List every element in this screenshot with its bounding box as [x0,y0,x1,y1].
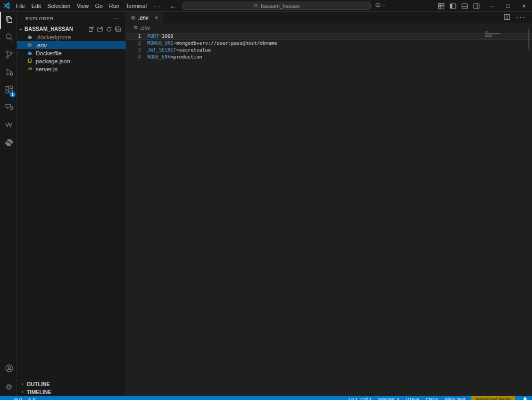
minimap-line [485,35,493,36]
copilot-menu[interactable]: › [375,0,384,12]
chevron-right-icon: › [19,381,26,387]
activitybar-chat[interactable] [0,99,17,117]
menu-go[interactable]: Go [92,0,106,12]
env-key: JWT_SECRET [147,47,176,53]
tab-env[interactable]: ⚙ .env × [126,12,163,23]
file-list: .dockerignore⚙.envDockerfile{}package.js… [17,33,126,73]
new-file-button[interactable] [88,26,94,32]
file-item-.env[interactable]: ⚙.env [17,41,126,49]
explorer-sidebar: EXPLORER ··· › BASSAM_HASSAN .dockerigno… [17,12,126,396]
menu-view[interactable]: View [73,0,92,12]
section-timeline[interactable]: ›TIMELINE [17,388,126,396]
menu-run[interactable]: Run [106,0,122,12]
activitybar-python[interactable] [0,135,17,152]
menu-terminal[interactable]: Terminal [122,0,150,12]
file-name: Dockerfile [36,50,62,56]
activity-bar: 1 ⚙ [0,12,17,396]
file-item-server.js[interactable]: JSserver.js [17,65,126,73]
status-left: ⊘ 0⚠ 0 [14,396,36,400]
code-line-2[interactable]: 2MONGO_URI=mongodb+srv://user:pass@host/… [126,40,532,47]
minimap[interactable] [485,31,503,38]
collapse-all-button[interactable] [115,26,121,32]
file-name: .dockerignore [36,34,71,40]
problems-warnings[interactable]: ⚠ 0 [27,396,36,400]
toggle-secondary-sidebar-icon[interactable] [470,3,482,10]
status-right: Ln 1, Col 1Spaces: 4UTF-8CRLFPlain TextR… [348,396,515,400]
activitybar-settings[interactable]: ⚙ [0,378,17,396]
activitybar-wave[interactable] [0,117,17,135]
file-item-.dockerignore[interactable]: .dockerignore [17,33,126,41]
env-value: =3000 [159,34,173,39]
encoding[interactable]: UTF-8 [406,396,420,400]
problems-errors[interactable]: ⊘ 0 [14,396,22,400]
language-mode[interactable]: Plain Text [445,396,466,400]
code-line-1[interactable]: 1PORT=3000 [126,33,532,40]
indentation[interactable]: Spaces: 4 [378,396,400,400]
activitybar-extensions[interactable]: 1 [0,82,17,99]
gear-icon: ⚙ [27,43,33,48]
chevron-down-icon: › [18,26,23,33]
file-item-Dockerfile[interactable]: Dockerfile [17,49,126,57]
line-number: 1 [126,33,141,40]
more-actions-icon[interactable]: ··· [516,13,526,22]
search-icon [254,3,259,9]
line-number: 3 [126,47,141,54]
scrollbar-overview[interactable] [528,29,529,49]
code-line-4[interactable]: 4NODE_ENV=production [126,54,532,61]
workspace-trust-badge[interactable]: Restricted Mode [471,396,515,400]
tab-close-icon[interactable]: × [155,14,158,21]
file-item-package.json[interactable]: {}package.json [17,57,126,65]
back-arrow-icon[interactable]: ← [170,2,176,10]
gear-icon: ⚙ [5,383,12,391]
workspace-name: BASSAM_HASSAN [24,26,73,32]
code-line-3[interactable]: 3JWT_SECRET=secretvalue [126,47,532,54]
close-button[interactable]: × [516,0,532,12]
maximize-button[interactable]: □ [500,0,516,12]
line-text: PORT=3000 [141,33,173,40]
notifications-bell-icon[interactable] [522,396,528,400]
gear-file-icon: ⚙ [134,25,138,30]
customize-layout-icon[interactable] [435,3,447,10]
command-center-search[interactable]: bassam_hassan [182,2,371,10]
eol[interactable]: CRLF [426,396,438,400]
new-folder-button[interactable] [97,26,103,32]
breadcrumb[interactable]: ⚙ .env [126,23,532,32]
docker-blue-icon [27,50,33,56]
json-icon: {} [27,59,33,63]
menu-file[interactable]: File [13,0,28,12]
workspace-section-header[interactable]: › BASSAM_HASSAN [17,25,126,33]
minimize-button[interactable]: ─ [484,0,500,12]
cursor-position[interactable]: Ln 1, Col 1 [348,396,372,400]
menu-selection[interactable]: Selection [44,0,73,12]
wave-w-icon [5,120,14,131]
sidebar-header: EXPLORER ··· [17,12,126,25]
toggle-primary-sidebar-icon[interactable] [447,3,459,10]
menu-overflow-button[interactable]: ··· [150,3,165,9]
vscode-window: FileEditSelectionViewGoRunTerminal ··· ←… [0,0,532,400]
file-name: .env [36,42,47,48]
activitybar-search[interactable] [0,29,17,47]
env-key: MONGO_URI [147,40,173,46]
extensions-badge: 1 [10,91,15,97]
chevron-down-icon: › [381,5,386,7]
file-name: package.json [36,58,70,64]
refresh-button[interactable] [106,26,112,32]
line-number: 4 [126,54,141,61]
line-text: JWT_SECRET=secretvalue [141,47,211,54]
menu-edit[interactable]: Edit [28,0,44,12]
chevron-right-icon: › [19,389,26,395]
activitybar-accounts[interactable] [0,361,17,378]
env-key: NODE_ENV [147,54,170,60]
code-area[interactable]: 1PORT=30002MONGO_URI=mongodb+srv://user:… [126,32,532,61]
activitybar-run-debug[interactable] [0,64,17,82]
sidebar-title: EXPLORER [26,16,54,21]
activitybar-source-control[interactable] [0,47,17,64]
section-outline[interactable]: ›OUTLINE [17,380,126,388]
code-lines: 1PORT=30002MONGO_URI=mongodb+srv://user:… [126,33,532,61]
activitybar-explorer[interactable] [0,12,17,29]
toggle-panel-icon[interactable] [459,3,470,10]
minimap-line [485,33,501,34]
run-debug-icon [5,68,14,79]
split-editor-icon[interactable] [504,13,510,22]
explorer-more-actions-button[interactable]: ··· [113,15,120,21]
